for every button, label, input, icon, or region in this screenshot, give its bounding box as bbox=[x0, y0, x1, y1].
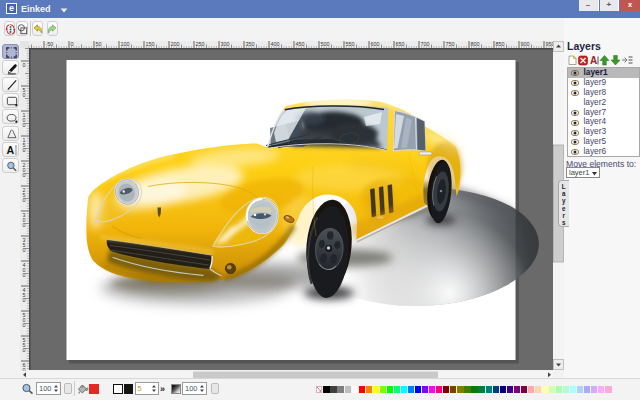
svg-text:A: A bbox=[590, 55, 597, 66]
svg-text:300: 300 bbox=[221, 41, 230, 47]
svg-text:0: 0 bbox=[23, 62, 26, 68]
svg-text:0: 0 bbox=[23, 247, 26, 253]
svg-text:0: 0 bbox=[23, 347, 26, 353]
svg-text:850: 850 bbox=[496, 41, 505, 47]
svg-text:750: 750 bbox=[446, 41, 455, 47]
svg-text:0: 0 bbox=[23, 172, 26, 178]
svg-text:0: 0 bbox=[23, 272, 26, 278]
svg-text:500: 500 bbox=[321, 41, 330, 47]
svg-text:550: 550 bbox=[346, 41, 355, 47]
svg-text:0: 0 bbox=[23, 147, 26, 153]
svg-text:0: 0 bbox=[23, 297, 26, 303]
svg-text:600: 600 bbox=[371, 41, 380, 47]
svg-text:0: 0 bbox=[23, 92, 26, 98]
svg-text:0: 0 bbox=[71, 41, 74, 47]
svg-text:400: 400 bbox=[271, 41, 280, 47]
svg-text:700: 700 bbox=[421, 41, 430, 47]
svg-text:450: 450 bbox=[296, 41, 305, 47]
svg-text:0: 0 bbox=[23, 122, 26, 128]
svg-text:650: 650 bbox=[396, 41, 405, 47]
svg-text:100: 100 bbox=[121, 41, 130, 47]
svg-text:350: 350 bbox=[246, 41, 255, 47]
svg-text:200: 200 bbox=[171, 41, 180, 47]
svg-text:0: 0 bbox=[23, 322, 26, 328]
svg-text:0: 0 bbox=[23, 222, 26, 228]
svg-text:-50: -50 bbox=[46, 41, 54, 47]
svg-text:900: 900 bbox=[521, 41, 530, 47]
svg-text:50: 50 bbox=[96, 41, 102, 47]
svg-text:800: 800 bbox=[471, 41, 480, 47]
svg-text:150: 150 bbox=[146, 41, 155, 47]
svg-text:0: 0 bbox=[23, 197, 26, 203]
svg-text:250: 250 bbox=[196, 41, 205, 47]
